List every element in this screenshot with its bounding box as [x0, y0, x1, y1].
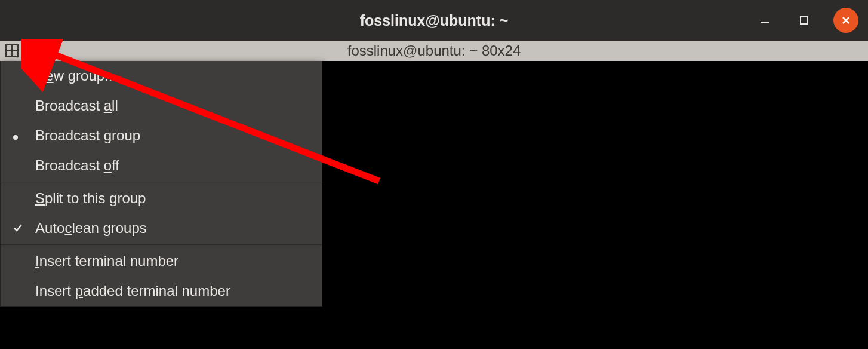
check-icon: [13, 220, 23, 237]
terminal-tab-bar: fosslinux@ubuntu: ~ 80x24: [0, 41, 868, 61]
terminal-group-menu: New group...Broadcast allBroadcast group…: [0, 61, 322, 307]
menu-item-broadcast-off[interactable]: Broadcast off: [1, 151, 322, 180]
svg-rect-1: [801, 17, 808, 24]
menu-separator: [1, 182, 322, 182]
svg-point-8: [13, 135, 18, 140]
menu-item-label: Split to this group: [35, 190, 146, 207]
close-button[interactable]: [833, 8, 858, 33]
menu-item-label: Broadcast off: [35, 157, 119, 174]
grid-icon: [5, 44, 19, 58]
terminal-tab-title: fosslinux@ubuntu: ~ 80x24: [347, 42, 521, 59]
menu-item-label: Autoclean groups: [35, 220, 147, 237]
window-titlebar: fosslinux@ubuntu: ~: [0, 0, 868, 41]
menu-item-label: Insert terminal number: [35, 253, 178, 270]
window-controls: [755, 8, 858, 33]
menu-item-label: Broadcast group: [35, 127, 140, 144]
menu-item-insert-terminal-number[interactable]: Insert terminal number: [1, 246, 322, 276]
menu-item-split-to-this-group[interactable]: Split to this group: [1, 183, 322, 213]
minimize-button[interactable]: [755, 10, 775, 30]
radio-icon: [13, 127, 19, 144]
menu-item-label: Insert padded terminal number: [35, 283, 230, 299]
terminal-group-button[interactable]: [0, 41, 24, 61]
menu-item-label: New group...: [35, 68, 116, 84]
menu-item-insert-padded-terminal-number[interactable]: Insert padded terminal number: [1, 276, 322, 306]
menu-item-autoclean-groups[interactable]: Autoclean groups: [1, 213, 322, 243]
menu-separator: [1, 244, 322, 245]
maximize-icon: [799, 15, 809, 26]
close-icon: [841, 15, 851, 26]
maximize-button[interactable]: [794, 10, 814, 30]
menu-item-label: Broadcast all: [35, 97, 118, 114]
menu-item-broadcast-all[interactable]: Broadcast all: [1, 91, 322, 121]
menu-item-broadcast-group[interactable]: Broadcast group: [1, 121, 322, 151]
menu-item-new-group[interactable]: New group...: [1, 61, 322, 91]
window-title: fosslinux@ubuntu: ~: [360, 12, 509, 29]
minimize-icon: [759, 15, 770, 26]
